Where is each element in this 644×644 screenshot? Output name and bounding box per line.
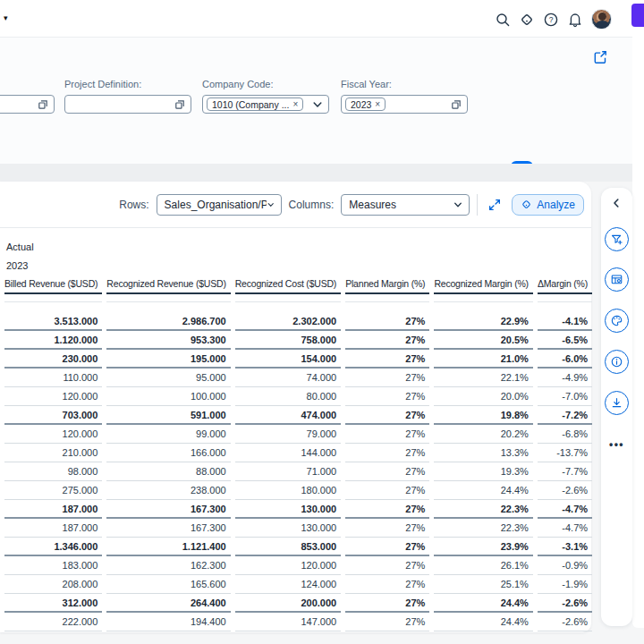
table-cell[interactable]: -7.7% — [538, 462, 592, 481]
table-cell[interactable]: -6.5% — [538, 331, 592, 350]
share-icon[interactable] — [592, 49, 608, 65]
table-cell[interactable]: 210.000 — [4, 444, 102, 462]
table-cell[interactable]: 110.000 — [4, 369, 102, 387]
column-header[interactable]: ΔMargin (%) — [538, 275, 592, 294]
table-cell[interactable]: 27% — [345, 500, 429, 519]
table-cell[interactable]: 230.000 — [4, 350, 102, 369]
table-cell[interactable]: 22.3% — [434, 519, 533, 538]
fullscreen-icon[interactable] — [485, 195, 504, 215]
table-cell[interactable]: 27% — [345, 312, 429, 331]
table-cell[interactable]: 264.400 — [106, 594, 230, 613]
table-cell[interactable]: 27% — [345, 387, 429, 406]
table-cell[interactable]: 27% — [345, 481, 429, 500]
chevron-left-icon[interactable] — [610, 197, 624, 211]
table-cell[interactable]: 1.120.000 — [4, 331, 102, 350]
table-cell[interactable]: 27% — [345, 369, 429, 387]
table-cell[interactable]: 99.000 — [106, 425, 230, 444]
version-label[interactable]: Actual — [4, 237, 592, 256]
table-cell[interactable]: 27% — [345, 538, 429, 556]
export-icon[interactable] — [605, 391, 629, 415]
table-cell[interactable]: 222.000 — [4, 613, 102, 631]
table-cell[interactable]: 24.4% — [434, 613, 533, 631]
table-cell[interactable]: 194.400 — [106, 613, 230, 631]
table-cell[interactable]: 21.0% — [434, 350, 533, 369]
table-cell[interactable]: -7.0% — [538, 387, 592, 406]
table-cell[interactable]: -2.6% — [538, 613, 592, 631]
table-cell[interactable]: 27% — [345, 331, 429, 350]
table-cell[interactable]: 27% — [345, 613, 429, 631]
table-cell[interactable]: 147.000 — [235, 613, 341, 631]
info-icon[interactable] — [605, 350, 629, 374]
table-cell[interactable]: 13.3% — [434, 444, 533, 462]
table-cell[interactable]: 187.000 — [4, 500, 102, 519]
filter-input[interactable] — [0, 95, 55, 114]
table-cell[interactable]: 24.4% — [434, 481, 533, 500]
table-cell[interactable]: 312.000 — [4, 594, 102, 613]
table-cell[interactable]: 853.000 — [235, 538, 341, 556]
table-cell[interactable]: 144.000 — [235, 444, 341, 462]
table-cell[interactable]: 154.000 — [235, 350, 341, 369]
builder-icon[interactable] — [605, 267, 629, 292]
filter-token[interactable]: 2023 × — [345, 97, 386, 111]
table-cell[interactable]: 200.000 — [235, 594, 341, 613]
value-help-icon[interactable] — [174, 98, 186, 111]
table-cell[interactable]: 124.000 — [235, 575, 341, 594]
shell-menu-arrow-icon[interactable]: ▾ — [4, 14, 8, 22]
table-cell[interactable]: -13.7% — [538, 444, 592, 462]
column-header[interactable]: Recognized Cost ($USD) — [235, 275, 341, 294]
table-cell[interactable]: 27% — [345, 519, 429, 538]
table-cell[interactable]: 3.513.000 — [4, 312, 102, 331]
table-cell[interactable]: 195.000 — [106, 350, 230, 369]
table-cell[interactable]: 1.346.000 — [4, 538, 102, 556]
overflow-menu-icon[interactable]: ••• — [601, 438, 632, 451]
table-cell[interactable]: -3.1% — [538, 538, 592, 556]
table-cell[interactable]: 19.3% — [434, 462, 533, 481]
table-cell[interactable]: 120.000 — [4, 425, 102, 444]
table-cell[interactable]: -4.7% — [538, 519, 592, 538]
fiscal-year-label[interactable]: 2023 — [4, 256, 592, 275]
add-filter-icon[interactable] — [605, 227, 629, 251]
table-cell[interactable]: 27% — [345, 425, 429, 444]
table-cell[interactable]: 20.2% — [434, 425, 533, 444]
fiscal-year-input[interactable]: 2023 × — [341, 95, 468, 114]
analyze-button[interactable]: Analyze — [512, 194, 584, 216]
table-cell[interactable]: 27% — [345, 350, 429, 369]
company-code-select[interactable]: 1010 (Company ... × — [202, 95, 329, 114]
table-cell[interactable]: 167.300 — [106, 500, 230, 519]
help-icon[interactable]: ? — [543, 12, 559, 28]
columns-dimension-select[interactable]: Measures — [341, 194, 470, 216]
table-cell[interactable]: 167.300 — [106, 519, 230, 538]
table-cell[interactable]: 187.000 — [4, 519, 102, 538]
table-cell[interactable]: 703.000 — [4, 406, 102, 425]
table-cell[interactable]: 98.000 — [4, 462, 102, 481]
table-cell[interactable]: -4.1% — [538, 312, 592, 331]
user-avatar[interactable] — [591, 9, 612, 30]
table-cell[interactable]: 95.000 — [106, 369, 230, 387]
table-cell[interactable]: 27% — [345, 556, 429, 575]
table-cell[interactable]: 183.000 — [4, 556, 102, 575]
token-remove-icon[interactable]: × — [375, 100, 380, 109]
search-icon[interactable] — [495, 12, 511, 28]
table-cell[interactable]: 27% — [345, 462, 429, 481]
table-cell[interactable]: 758.000 — [235, 331, 341, 350]
value-help-icon[interactable] — [450, 98, 462, 111]
notifications-icon[interactable] — [567, 12, 583, 28]
joule-diamond-icon[interactable] — [519, 12, 535, 28]
table-cell[interactable]: 25.1% — [434, 575, 533, 594]
table-cell[interactable]: 22.1% — [434, 369, 533, 387]
table-cell[interactable]: 591.000 — [106, 406, 230, 425]
table-cell[interactable]: 2.302.000 — [235, 312, 341, 331]
table-cell[interactable]: -7.2% — [538, 406, 592, 425]
table-cell[interactable]: 79.000 — [235, 425, 341, 444]
joule-panel-edge[interactable] — [631, 4, 644, 27]
project-definition-input[interactable] — [64, 95, 191, 114]
table-cell[interactable]: 27% — [345, 444, 429, 462]
table-cell[interactable]: -1.9% — [538, 575, 592, 594]
chevron-down-icon[interactable] — [311, 98, 324, 111]
table-cell[interactable]: 71.000 — [235, 462, 341, 481]
column-header[interactable]: Recognized Margin (%) — [434, 275, 533, 294]
table-cell[interactable]: 165.600 — [106, 575, 230, 594]
table-cell[interactable]: 275.000 — [4, 481, 102, 500]
table-cell[interactable]: 27% — [345, 575, 429, 594]
value-help-icon[interactable] — [37, 98, 49, 111]
